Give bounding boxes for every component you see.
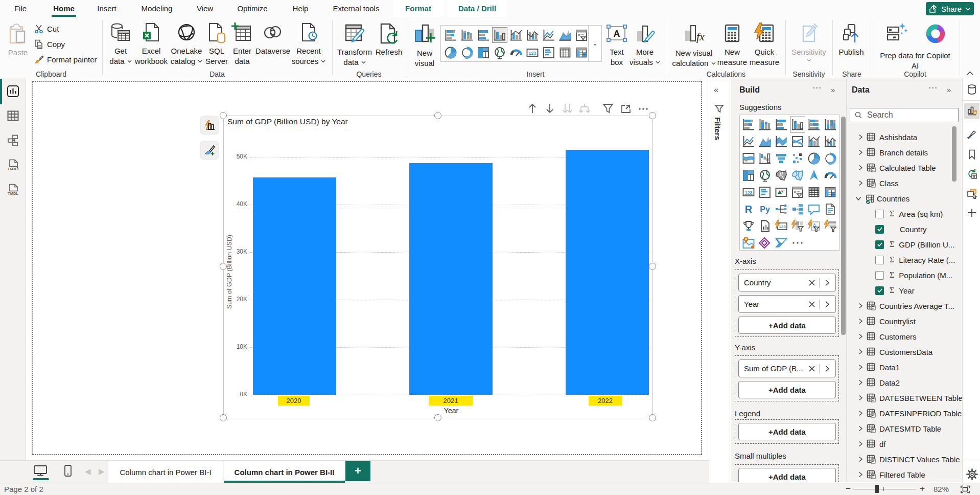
svg-text:fx: fx bbox=[696, 30, 705, 43]
svg-text:TMDL: TMDL bbox=[8, 191, 18, 196]
svg-text:123: 123 bbox=[779, 224, 786, 229]
svg-text:DAX: DAX bbox=[8, 167, 16, 171]
svg-text:Py: Py bbox=[760, 205, 770, 214]
svg-text:R: R bbox=[745, 204, 753, 215]
